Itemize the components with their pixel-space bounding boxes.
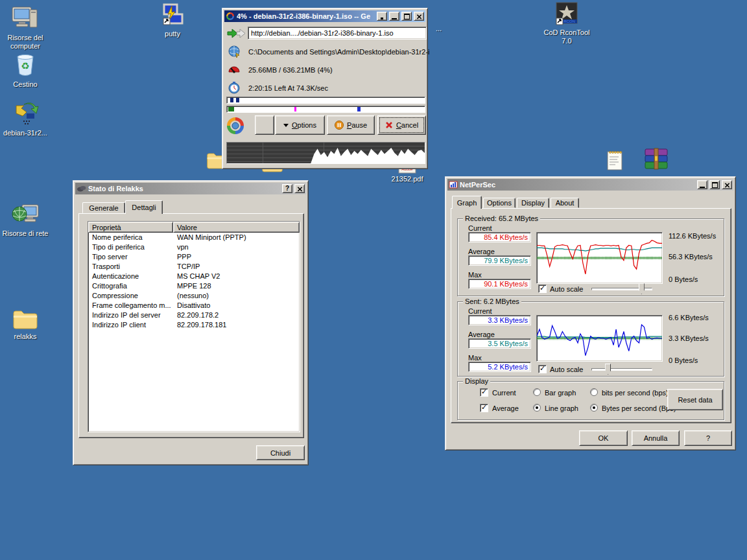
notepad-icon [597, 149, 633, 171]
netpersec-titlebar[interactable]: NetPerSec [447, 179, 733, 191]
received-current-field: 85.4 KBytes/s [468, 232, 531, 242]
line-graph-radio[interactable] [533, 404, 541, 412]
sent-autoscale-checkbox[interactable] [538, 365, 547, 373]
display-average-checkbox[interactable] [480, 404, 488, 412]
getright-download-icon [0, 99, 51, 129]
table-row[interactable]: AutenticazioneMS CHAP V2 [88, 272, 300, 281]
tab-label: Graph [457, 199, 477, 207]
close-icon [297, 186, 302, 191]
dropdown-caret-icon [283, 124, 289, 130]
maximize-button[interactable] [709, 180, 720, 189]
cancel-x-icon [385, 121, 393, 129]
minimize-icon [392, 18, 397, 19]
table-row[interactable]: Tipo di perifericavpn [88, 242, 300, 252]
putty-icon [147, 3, 198, 30]
time-left-text: 2:20:15 Left At 74.3K/sec [248, 84, 328, 92]
relakks-app-icon [77, 185, 86, 192]
tab-options[interactable]: Options [483, 198, 516, 208]
display-current-checkbox[interactable] [480, 388, 488, 397]
Bps-radio[interactable] [590, 404, 598, 412]
column-header-label: Valore [177, 224, 197, 231]
table-row[interactable]: Indirizzo IP client82.209.178.181 [88, 320, 300, 330]
table-row[interactable]: Nome perifericaWAN Miniport (PPTP) [88, 233, 300, 242]
segment-progress-bar [226, 106, 425, 113]
download-arrows-icon [226, 28, 247, 40]
table-row[interactable]: Indirizzo IP del server82.209.178.2 [88, 310, 300, 320]
pause-button[interactable]: Pause [327, 115, 375, 135]
annulla-button[interactable]: Annulla [632, 430, 680, 446]
cancel-button[interactable]: Cancel [377, 115, 426, 135]
getright-titlebar[interactable]: 4% - debian-31r2-i386-binary-1.iso -- Ge [224, 10, 425, 22]
tab-dettagli[interactable]: Dettagli [125, 200, 163, 214]
received-scale-slider[interactable] [591, 288, 652, 290]
column-header-proprieta[interactable]: Proprietà [88, 222, 173, 233]
table-row[interactable]: Frame collegamento m...Disattivato [88, 301, 300, 310]
network-places-icon [0, 201, 51, 229]
maximize-button[interactable] [401, 12, 412, 21]
tab-label: Display [521, 199, 545, 207]
Bps-label: Bytes per second (Bps) [602, 404, 676, 412]
bar-graph-radio[interactable] [533, 388, 541, 396]
svg-text:♻: ♻ [21, 60, 29, 71]
tray-minimize-button[interactable] [377, 12, 387, 21]
help-button[interactable]: ? [684, 430, 732, 446]
options-button-label: Options [292, 121, 316, 129]
desktop-icon-relakks-folder[interactable]: relakks [0, 307, 51, 341]
winrar-icon [637, 147, 676, 170]
save-path-text: C:\Documents and Settings\Admin\Desktop\… [248, 48, 429, 56]
getright-window-title: 4% - debian-31r2-i386-binary-1.iso -- Ge [237, 12, 375, 20]
bps-label: bits per second (bps) [602, 389, 669, 397]
tab-generale[interactable]: Generale [82, 202, 125, 213]
close-button[interactable] [414, 12, 424, 21]
options-button[interactable]: Options [275, 115, 325, 135]
minimize-button[interactable] [697, 180, 707, 189]
chiudi-button[interactable]: Chiudi [256, 445, 305, 460]
slider-thumb[interactable] [605, 364, 611, 375]
tab-display[interactable]: Display [517, 198, 549, 208]
desktop-icon-my-computer[interactable]: Risorse del computer [0, 4, 51, 51]
sent-scale-mid: 3.3 KBytes/s [669, 334, 709, 342]
table-row[interactable]: Tipo serverPPP [88, 252, 300, 262]
dot-icon [381, 18, 383, 19]
pause-button-label: Pause [347, 121, 367, 129]
tab-label: About [556, 199, 575, 207]
display-current-label: Current [492, 389, 516, 397]
download-url-field[interactable]: http://debian..../debian-31r2-i386-binar… [248, 27, 427, 40]
slider-thumb[interactable] [639, 283, 645, 294]
sent-max-field: 5.2 KBytes/s [468, 362, 531, 372]
bps-radio[interactable] [590, 388, 598, 396]
table-row[interactable]: TrasportiTCP/IP [88, 262, 300, 272]
sent-scale-slider[interactable] [591, 368, 652, 371]
display-average-label: Average [492, 404, 519, 412]
desktop-icon-cod-rcontool[interactable]: RCON CoD RconTool 7.0 [541, 1, 592, 45]
close-button[interactable] [722, 180, 732, 189]
my-computer-icon [0, 4, 51, 34]
column-header-valore[interactable]: Valore [173, 222, 300, 233]
download-url: http://debian..../debian-31r2-i386-binar… [248, 29, 394, 37]
desktop-icon-network-places[interactable]: Risorse di rete [0, 201, 51, 238]
close-button[interactable] [294, 184, 305, 193]
progress-segment-tick [294, 107, 296, 111]
sent-graph [536, 315, 663, 362]
minimize-button[interactable] [389, 12, 399, 21]
table-row[interactable]: Compressione(nessuno) [88, 291, 300, 301]
desktop-icon-putty[interactable]: putty [147, 3, 198, 38]
received-average-field: 79.9 KBytes/s [468, 255, 531, 266]
tab-graph[interactable]: Graph [452, 196, 482, 209]
ok-label: OK [599, 434, 609, 442]
desktop-icon-debian-download[interactable]: debian-31r2... [0, 99, 51, 137]
desktop-icon-recycle-bin[interactable]: ♻ Cestino [0, 52, 51, 89]
table-row[interactable]: CrittografiaMPPE 128 [88, 281, 300, 291]
blank-toolbar-button[interactable] [255, 115, 274, 135]
list-header: Proprietà Valore [88, 222, 300, 233]
desktop-icon-notepad[interactable] [597, 149, 633, 171]
tab-about[interactable]: About [551, 198, 579, 208]
ok-button[interactable]: OK [579, 430, 628, 446]
received-autoscale-checkbox[interactable] [538, 285, 547, 293]
relakks-titlebar[interactable]: Stato di Relakks ? [75, 183, 306, 194]
reset-data-button[interactable]: Reset data [667, 389, 723, 410]
folder-icon [0, 307, 51, 332]
tab-label: Generale [89, 204, 118, 212]
help-button[interactable]: ? [282, 184, 292, 193]
desktop-icon-winrar[interactable] [637, 147, 676, 170]
